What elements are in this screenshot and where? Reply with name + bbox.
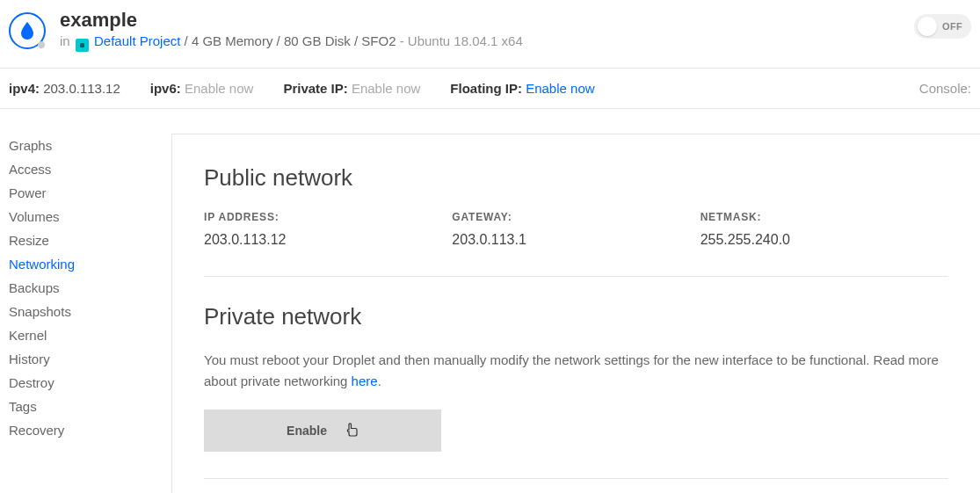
sidebar-item-snapshots[interactable]: Snapshots [9, 300, 171, 323]
desc-text-2: . [378, 373, 381, 388]
cursor-icon [346, 423, 359, 439]
ipv4-value: 203.0.113.12 [43, 81, 120, 96]
specs-text: / 4 GB Memory / 80 GB Disk / SFO2 [185, 33, 396, 48]
droplet-subtitle: in Default Project / 4 GB Memory / 80 GB… [60, 33, 523, 52]
sidebar-item-power[interactable]: Power [9, 181, 171, 205]
floating-ip-enable-link[interactable]: Enable now [526, 81, 594, 96]
private-ip-enable-link[interactable]: Enable now [352, 81, 420, 96]
page-header: example in Default Project / 4 GB Memory… [0, 0, 980, 68]
droplet-icon [9, 12, 46, 49]
gateway-value: 203.0.113.1 [452, 232, 700, 248]
sidebar-item-access[interactable]: Access [9, 157, 171, 181]
netmask-label: NETMASK: [701, 211, 948, 223]
netmask-col: NETMASK: 255.255.240.0 [701, 211, 948, 248]
netmask-value: 255.255.240.0 [701, 232, 948, 248]
header-left: example in Default Project / 4 GB Memory… [9, 9, 523, 52]
private-ip-item: Private IP: Enable now [283, 81, 420, 96]
sidebar: Graphs Access Power Volumes Resize Netwo… [0, 134, 171, 493]
ip-address-value: 203.0.113.12 [204, 232, 452, 248]
project-icon [76, 39, 89, 52]
ip-address-col: IP ADDRESS: 203.0.113.12 [204, 211, 452, 248]
private-ip-label: Private IP: [283, 81, 347, 96]
section-divider [204, 276, 948, 277]
ipv6-label: ipv6: [150, 81, 181, 96]
public-network-grid: IP ADDRESS: 203.0.113.12 GATEWAY: 203.0.… [204, 211, 948, 248]
title-block: example in Default Project / 4 GB Memory… [60, 9, 523, 52]
private-network-desc: You must reboot your Droplet and then ma… [204, 350, 948, 392]
floating-ip-label: Floating IP: [450, 81, 522, 96]
sidebar-item-history[interactable]: History [9, 347, 171, 371]
droplet-title: example [60, 9, 523, 32]
sidebar-item-tags[interactable]: Tags [9, 395, 171, 418]
here-link[interactable]: here [352, 373, 378, 388]
sidebar-item-backups[interactable]: Backups [9, 276, 171, 300]
sidebar-item-volumes[interactable]: Volumes [9, 205, 171, 228]
sidebar-item-destroy[interactable]: Destroy [9, 371, 171, 395]
toggle-label: OFF [942, 21, 962, 32]
status-dot [38, 41, 45, 48]
console-link[interactable]: Console: [919, 81, 971, 96]
floating-ip-item: Floating IP: Enable now [450, 81, 594, 96]
ipv4-item: ipv4: 203.0.113.12 [9, 81, 120, 96]
body: Graphs Access Power Volumes Resize Netwo… [0, 109, 980, 493]
main-panel: Public network IP ADDRESS: 203.0.113.12 … [171, 134, 980, 493]
ipv6-item: ipv6: Enable now [150, 81, 254, 96]
ip-address-label: IP ADDRESS: [204, 211, 452, 223]
sidebar-item-graphs[interactable]: Graphs [9, 134, 171, 157]
enable-private-network-button[interactable]: Enable [204, 410, 441, 452]
bottom-divider [204, 478, 948, 479]
enable-button-label: Enable [287, 424, 327, 438]
ipv4-label: ipv4: [9, 81, 40, 96]
power-toggle[interactable]: OFF [914, 14, 971, 39]
sidebar-item-kernel[interactable]: Kernel [9, 323, 171, 347]
gateway-label: GATEWAY: [452, 211, 700, 223]
in-label: in [60, 33, 70, 48]
toggle-knob [918, 17, 937, 36]
sidebar-item-resize[interactable]: Resize [9, 228, 171, 252]
public-network-heading: Public network [204, 164, 948, 192]
project-link[interactable]: Default Project [94, 33, 180, 48]
info-bar: ipv4: 203.0.113.12 ipv6: Enable now Priv… [0, 68, 980, 109]
sidebar-item-recovery[interactable]: Recovery [9, 418, 171, 442]
private-network-heading: Private network [204, 303, 948, 330]
ipv6-enable-link[interactable]: Enable now [185, 81, 253, 96]
desc-text-1: You must reboot your Droplet and then ma… [204, 352, 939, 388]
os-text: - Ubuntu 18.04.1 x64 [400, 33, 523, 48]
sidebar-item-networking[interactable]: Networking [9, 252, 171, 276]
gateway-col: GATEWAY: 203.0.113.1 [452, 211, 700, 248]
